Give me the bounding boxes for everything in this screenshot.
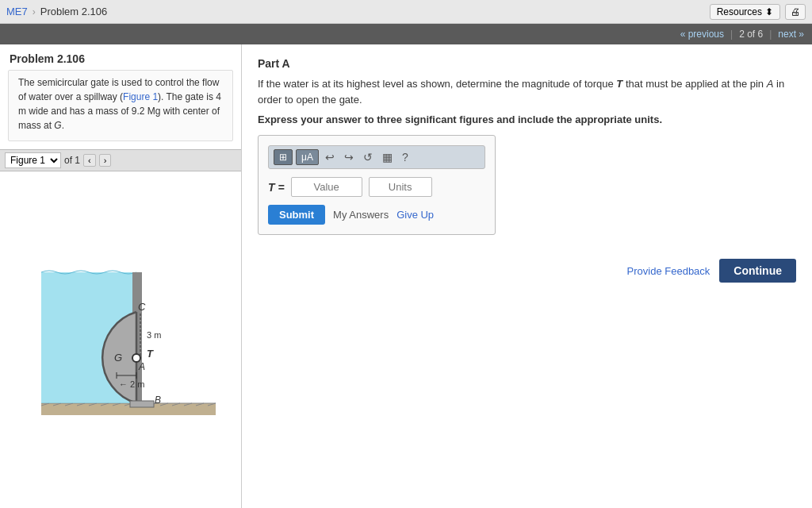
instruction-text: Express your answer to three significant… [258, 114, 796, 125]
label-A: A [138, 361, 145, 372]
print-button[interactable]: 🖨 [785, 4, 806, 20]
label-T: T [147, 348, 154, 360]
provide-feedback-link[interactable]: Provide Feedback [627, 265, 710, 277]
problem-description: The semicircular gate is used to control… [8, 70, 233, 141]
figure-link[interactable]: Figure 1 [123, 91, 158, 102]
previous-link[interactable]: « previous [680, 29, 724, 40]
undo-button[interactable]: ↩ [322, 149, 338, 165]
figure-select[interactable]: Figure 1 [5, 152, 61, 168]
figure-area: C G T A 3 m ← 2 m B [0, 171, 241, 508]
submit-row: Submit My Answers Give Up [268, 205, 485, 225]
units-input[interactable] [369, 177, 432, 197]
part-title: Part A [258, 57, 796, 70]
mu-button[interactable]: μΑ [296, 149, 319, 165]
give-up-link[interactable]: Give Up [396, 209, 434, 221]
undo-icon: ↩ [325, 151, 335, 164]
problem-title: Problem 2.106 [0, 44, 241, 70]
right-panel: Part A If the water is at its highest le… [242, 44, 812, 508]
label-3m: 3 m [147, 330, 161, 340]
submit-button[interactable]: Submit [268, 205, 325, 225]
redo-button[interactable]: ↪ [341, 149, 357, 165]
answer-box: ⊞ μΑ ↩ ↪ ↺ ▦ ? [258, 135, 496, 235]
continue-button[interactable]: Continue [719, 259, 796, 283]
label-C: C [138, 301, 146, 313]
figure-prev-button[interactable]: ‹ [83, 154, 96, 167]
redo-icon: ↪ [344, 151, 354, 164]
mu-label: μΑ [301, 152, 313, 163]
refresh-button[interactable]: ↺ [360, 149, 376, 165]
keyboard-icon: ▦ [382, 151, 393, 164]
help-icon: ? [402, 151, 408, 164]
my-answers-link[interactable]: My Answers [333, 209, 389, 221]
main-layout: Problem 2.106 The semicircular gate is u… [0, 44, 812, 508]
resources-button[interactable]: Resources ⬍ [710, 4, 780, 20]
help-button[interactable]: ? [399, 149, 412, 165]
answer-row: T = [268, 177, 485, 197]
answer-toolbar: ⊞ μΑ ↩ ↪ ↺ ▦ ? [268, 145, 485, 169]
grid-button[interactable]: ⊞ [274, 149, 293, 165]
bottom-actions: Provide Feedback Continue [258, 259, 796, 283]
top-nav: ME7 › Problem 2.106 Resources ⬍ 🖨 [0, 0, 812, 24]
left-panel: Problem 2.106 The semicircular gate is u… [0, 44, 242, 508]
keyboard-button[interactable]: ▦ [379, 149, 396, 165]
pagination-bar: « previous | 2 of 6 | next » [0, 24, 812, 44]
t-label: T = [268, 181, 285, 194]
breadcrumb-problem: Problem 2.106 [40, 6, 108, 17]
grid-icon: ⊞ [279, 152, 287, 163]
label-G: G [114, 352, 122, 364]
refresh-icon: ↺ [363, 151, 373, 164]
breadcrumb-sep: › [33, 6, 36, 17]
figure-diagram: C G T A 3 m ← 2 m B [25, 256, 216, 423]
page-count: 2 of 6 [739, 29, 763, 40]
pedestal [130, 401, 154, 407]
figure-controls: Figure 1 of 1 ‹ › [0, 149, 241, 171]
figure-of-label: of 1 [64, 155, 80, 166]
next-link[interactable]: next » [778, 29, 804, 40]
label-B: B [155, 394, 161, 406]
question-text: If the water is at its highest level as … [258, 76, 796, 107]
resources-label: Resources [717, 6, 762, 17]
breadcrumb-me7[interactable]: ME7 [6, 6, 28, 17]
print-icon: 🖨 [791, 6, 800, 17]
label-2m: ← 2 m [119, 379, 144, 389]
figure-next-button[interactable]: › [99, 154, 112, 167]
chevron-icon: ⬍ [765, 6, 773, 17]
breadcrumb: ME7 › Problem 2.106 [6, 6, 107, 17]
value-input[interactable] [291, 177, 362, 197]
